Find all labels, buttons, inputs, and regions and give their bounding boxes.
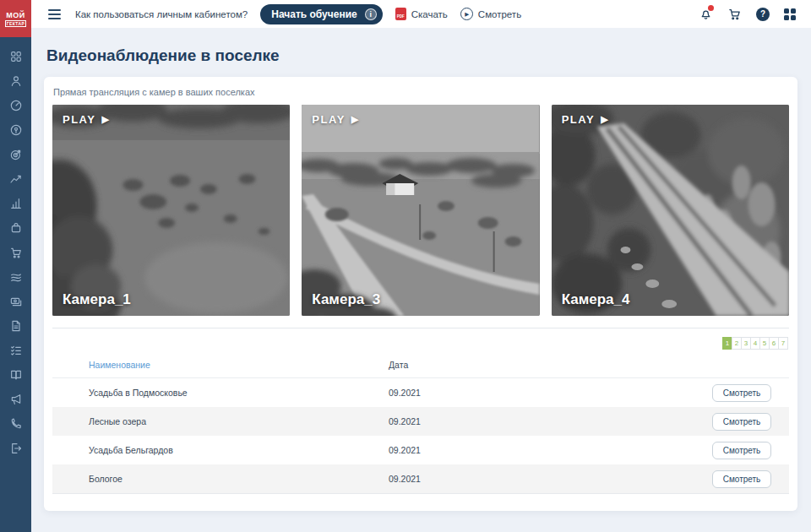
start-training-button[interactable]: Начать обучение i <box>260 4 382 24</box>
camera-tile-4[interactable]: PLAY▶ Камера_4 <box>552 105 789 316</box>
apps-icon <box>9 50 23 67</box>
camera-4-preview <box>552 105 789 316</box>
megaphone-icon <box>9 393 23 410</box>
row-date: 09.2021 <box>389 445 712 455</box>
watch-label: Смотреть <box>478 9 521 19</box>
briefcase-icon <box>9 221 23 238</box>
download-pdf-link[interactable]: PDF Скачать <box>395 8 448 20</box>
start-training-label: Начать обучение <box>271 8 357 20</box>
play-overlay[interactable]: PLAY▶ <box>562 113 608 126</box>
topbar-actions: ? <box>699 7 796 21</box>
sidebar-item-market[interactable] <box>0 242 31 266</box>
money-icon <box>9 295 23 312</box>
page-title: Видеонаблюдение в поселке <box>46 46 797 65</box>
play-label: PLAY <box>562 113 595 126</box>
play-triangle-icon: ▶ <box>601 114 607 125</box>
sidebar-item-knowledge[interactable] <box>0 364 31 388</box>
pagination: 1 2 3 4 5 6 7 <box>723 337 788 350</box>
line-chart-icon <box>9 172 23 189</box>
table-row: Усадьба в Подмосковье 09.2021 Смотреть <box>52 378 789 407</box>
sidebar-item-logout[interactable] <box>0 437 31 462</box>
logout-icon <box>9 442 23 459</box>
target-icon <box>9 148 23 165</box>
menu-toggle-icon[interactable] <box>48 9 61 19</box>
table-row: Лесные озера 09.2021 Смотреть <box>52 407 789 436</box>
row-name: Бологое <box>52 474 389 484</box>
sidebar-item-location[interactable] <box>0 119 31 144</box>
camera-tile-1[interactable]: PLAY▶ Камера_1 <box>52 105 290 316</box>
camera-name: Камера_3 <box>312 291 380 308</box>
phone-icon <box>9 417 23 434</box>
sidebar-item-payments[interactable] <box>0 290 31 315</box>
column-header-date: Дата <box>389 360 789 370</box>
main-content: Видеонаблюдение в поселке Прямая трансля… <box>31 28 811 532</box>
watch-button[interactable]: Смотреть <box>712 413 771 431</box>
cart-icon[interactable] <box>727 7 742 21</box>
section-divider <box>52 328 789 328</box>
notifications-bell-icon[interactable] <box>699 7 713 21</box>
info-icon: i <box>365 8 377 20</box>
document-icon <box>9 319 23 336</box>
camera-name: Камера_4 <box>562 291 630 308</box>
notification-badge <box>708 5 714 11</box>
row-date: 09.2021 <box>389 416 712 426</box>
play-triangle-icon: ▶ <box>351 114 358 125</box>
watch-video-link[interactable]: ▶ Смотреть <box>460 8 521 20</box>
camera-tile-3[interactable]: PLAY▶ Камера_3 <box>302 105 539 316</box>
sidebar-item-tasks[interactable] <box>0 339 31 364</box>
pagination-page-7[interactable]: 7 <box>778 337 788 350</box>
table-row: Бологое 09.2021 Смотреть <box>52 464 789 493</box>
camera-3-preview <box>302 105 539 316</box>
sidebar-nav <box>0 37 31 462</box>
row-date: 09.2021 <box>389 388 712 398</box>
table-header: Наименование Дата <box>52 356 789 378</box>
row-date: 09.2021 <box>389 474 712 484</box>
user-icon <box>9 74 23 91</box>
how-to-use-link[interactable]: Как пользоваться личным кабинетом? <box>75 9 248 19</box>
sidebar-item-layers[interactable] <box>0 266 31 290</box>
sidebar-item-documents[interactable] <box>0 315 31 339</box>
row-name: Усадьба Бельгардов <box>52 445 389 455</box>
cart-icon <box>9 246 23 263</box>
sidebar-item-goals[interactable] <box>0 144 31 168</box>
sidebar-item-news[interactable] <box>0 388 31 413</box>
logo-line1: МОЙ <box>6 11 24 19</box>
help-icon[interactable]: ? <box>756 8 770 21</box>
play-label: PLAY <box>312 113 345 126</box>
sidebar-item-statistics[interactable] <box>0 193 31 217</box>
book-icon <box>9 368 23 385</box>
map-pin-icon <box>9 123 23 140</box>
camera-name: Камера_1 <box>63 291 131 308</box>
sidebar-item-analytics[interactable] <box>0 168 31 193</box>
row-name: Лесные озера <box>52 416 389 426</box>
table-bottom-divider <box>52 493 789 494</box>
play-circle-icon: ▶ <box>460 8 473 20</box>
download-label: Скачать <box>411 9 448 19</box>
card-subtitle: Прямая трансляция с камер в ваших поселк… <box>53 87 789 97</box>
sidebar-item-gauge[interactable] <box>0 95 31 119</box>
play-triangle-icon: ▶ <box>101 114 108 125</box>
row-name: Усадьба в Подмосковье <box>52 388 389 398</box>
waves-icon <box>9 270 23 287</box>
logo[interactable]: МОЙ ГЕКТАР <box>0 0 31 37</box>
apps-grid-icon[interactable] <box>784 8 796 20</box>
bar-chart-icon <box>9 197 23 214</box>
camera-grid: PLAY▶ Камера_1 <box>52 105 789 316</box>
checklist-icon <box>9 344 23 361</box>
sidebar-item-apps[interactable] <box>0 46 31 70</box>
watch-button[interactable]: Смотреть <box>712 384 771 402</box>
watch-button[interactable]: Смотреть <box>712 442 771 459</box>
pdf-icon: PDF <box>395 8 406 20</box>
sidebar-item-profile[interactable] <box>0 70 31 95</box>
topbar: Как пользоваться личным кабинетом? Начат… <box>31 0 811 28</box>
play-overlay[interactable]: PLAY▶ <box>63 113 109 126</box>
sidebar-item-contacts[interactable] <box>0 413 31 437</box>
column-header-name[interactable]: Наименование <box>52 360 389 370</box>
surveillance-card: Прямая трансляция с камер в ваших поселк… <box>44 77 797 511</box>
play-overlay[interactable]: PLAY▶ <box>312 113 358 126</box>
watch-button[interactable]: Смотреть <box>712 470 771 488</box>
gauge-icon <box>9 99 23 116</box>
sidebar-item-services[interactable] <box>0 217 31 242</box>
play-label: PLAY <box>63 113 95 126</box>
camera-1-preview <box>52 105 290 316</box>
